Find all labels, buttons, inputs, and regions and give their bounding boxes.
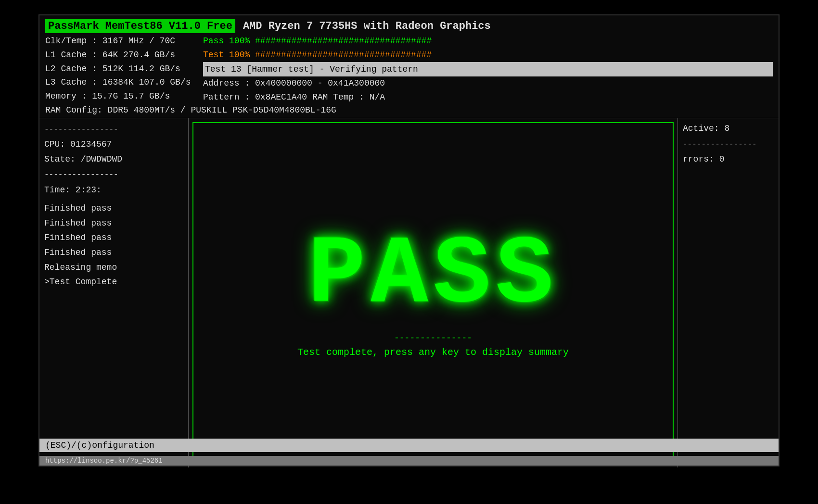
complete-separator: --------------- (394, 333, 472, 343)
separator-top: ---------------- (44, 123, 183, 136)
active-row: Active: 8 (683, 121, 774, 136)
clk-temp-row: Clk/Temp : 3167 MHz / 70C (45, 34, 199, 48)
cpu-row: CPU: 01234567 (44, 137, 183, 152)
clk-temp-value: 3167 MHz / 70C (102, 36, 175, 46)
pattern-value: : 0x8AEC1A40 (244, 92, 307, 102)
right-panel: Active: 8 ---------------- rrors: 0 (677, 118, 779, 467)
cpu-value: 01234567 (70, 139, 112, 149)
bottom-bar: (ESC)/(c)onfiguration (39, 439, 779, 452)
main-section: ---------------- CPU: 01234567 State: /D… (39, 118, 779, 467)
right-separator: ---------------- (683, 138, 774, 151)
test-complete-row: >Test Complete (44, 275, 183, 290)
test13-row: Test 13 [Hammer test] - Verifying patter… (203, 62, 773, 77)
errors-row: rrors: 0 (683, 152, 774, 167)
ram-temp-value: N/A (370, 92, 385, 102)
pass-label: Pass (203, 36, 224, 46)
cpu-label: CPU: (44, 139, 65, 149)
bottom-bar-text: (ESC)/(c)onfiguration (45, 441, 154, 450)
l1-label: L1 Cache (45, 50, 87, 60)
pass-bar: ################################## (255, 36, 432, 46)
pattern-row: Pattern : 0x8AEC1A40 RAM Temp : N/A (203, 90, 773, 104)
l3-value: 16384K 107.0 GB/s (102, 77, 191, 87)
l3-row: L3 Cache : 16384K 107.0 GB/s (45, 76, 199, 89)
pass-display: PASS (308, 227, 558, 324)
address-row: Address : 0x400000000 - 0x41A300000 (203, 76, 773, 90)
cpu-name: AMD Ryzen 7 7735HS with Radeon Graphics (243, 20, 491, 32)
list-item: Finished pass (44, 216, 183, 231)
l2-label: L2 Cache (45, 64, 87, 74)
center-panel: PASS --------------- Test complete, pres… (192, 122, 674, 464)
screen: PassMark MemTest86 V11.0 Free AMD Ryzen … (38, 14, 780, 466)
app-title: PassMark MemTest86 V11.0 Free (45, 19, 235, 33)
complete-message: Test complete, press any key to display … (297, 347, 569, 358)
l3-label: L3 Cache (45, 77, 87, 87)
test-label: Test (203, 50, 224, 60)
memory-value: 15.7G 15.7 GB/s (92, 91, 170, 101)
pass-pct: 100% (229, 36, 250, 46)
state-row: State: /DWDWDWD (44, 152, 183, 167)
list-item: Finished pass (44, 201, 183, 216)
list-item: Releasing memo (44, 260, 183, 275)
left-panel: ---------------- CPU: 01234567 State: /D… (39, 118, 189, 467)
test-row: Test 100% ##############################… (203, 48, 773, 62)
list-item: Finished pass (44, 245, 183, 260)
url-text: https://linsoo.pe.kr/?p_45261 (45, 457, 163, 465)
l2-value: 512K 114.2 GB/s (102, 64, 180, 74)
active-label: Active: (683, 124, 719, 133)
left-info: Clk/Temp : 3167 MHz / 70C L1 Cache : 64K… (45, 34, 199, 104)
ram-temp-label: RAM Temp (312, 92, 354, 102)
time-row: Time: 2:23: (44, 183, 183, 198)
l1-value: 64K 270.4 GB/s (102, 50, 175, 60)
separator-mid: ---------------- (44, 168, 183, 181)
test-bar: ################################## (255, 50, 432, 60)
header-row: PassMark MemTest86 V11.0 Free AMD Ryzen … (45, 19, 773, 33)
errors-value: 0 (719, 154, 725, 164)
address-label: Address (203, 78, 240, 88)
errors-label: rrors: (683, 154, 714, 164)
pass-row: Pass 100% ##############################… (203, 34, 773, 48)
right-info: Pass 100% ##############################… (199, 34, 773, 104)
l2-row: L2 Cache : 512K 114.2 GB/s (45, 62, 199, 76)
test-pct: 100% (229, 50, 250, 60)
pattern-label: Pattern (203, 92, 240, 102)
memory-row: Memory : 15.7G 15.7 GB/s (45, 89, 199, 103)
list-item: Finished pass (44, 230, 183, 245)
state-value: /DWDWDWD (81, 154, 122, 164)
info-grid: Clk/Temp : 3167 MHz / 70C L1 Cache : 64K… (45, 34, 773, 104)
ram-config: RAM Config: DDR5 4800MT/s / PUSKILL PSK-… (45, 104, 773, 116)
finished-lines: Finished pass Finished pass Finished pas… (44, 201, 183, 275)
time-value: 2:23: (76, 185, 102, 195)
url-bar: https://linsoo.pe.kr/?p_45261 (39, 456, 779, 466)
clk-temp-label: Clk/Temp (45, 36, 87, 46)
top-section: PassMark MemTest86 V11.0 Free AMD Ryzen … (39, 15, 779, 118)
active-value: 8 (724, 124, 729, 133)
state-label: State: (44, 154, 76, 164)
memory-label: Memory (45, 91, 77, 101)
address-value: : 0x400000000 - 0x41A300000 (244, 78, 385, 88)
time-label: Time: (44, 185, 70, 195)
l1-row: L1 Cache : 64K 270.4 GB/s (45, 48, 199, 62)
